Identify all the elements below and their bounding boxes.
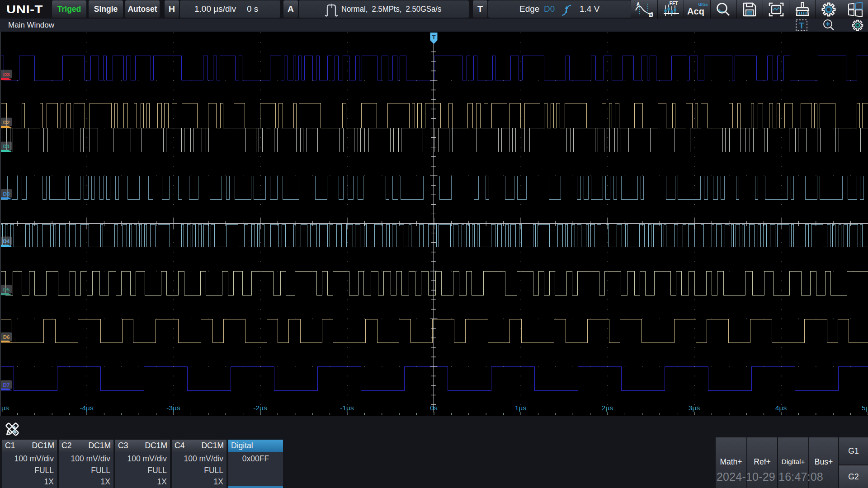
svg-text:-2µs: -2µs [253, 404, 267, 412]
svg-text:D1: D1 [3, 144, 10, 149]
svg-text:B: B [650, 13, 652, 17]
svg-text:5µs: 5µs [862, 404, 868, 412]
svg-text:0s: 0s [430, 404, 438, 412]
svg-text:FFT: FFT [670, 1, 678, 6]
svg-text:-3µs: -3µs [166, 404, 180, 412]
svg-text:-1µs: -1µs [340, 404, 354, 412]
svg-text:-4µs: -4µs [80, 404, 94, 412]
svg-text:D0: D0 [3, 191, 10, 197]
svg-text:T: T [432, 34, 436, 41]
svg-text:UNI-T: UNI-T [6, 3, 43, 15]
svg-text:µs: µs [1, 404, 9, 412]
svg-text:1µs: 1µs [515, 404, 527, 412]
svg-text:2µs: 2µs [602, 404, 613, 412]
svg-text:T: T [799, 21, 804, 30]
svg-text:D4: D4 [3, 239, 10, 244]
svg-text:D7: D7 [3, 382, 10, 388]
svg-text:Ultra: Ultra [698, 2, 708, 7]
svg-text:D2: D2 [3, 120, 10, 125]
svg-text:Acq: Acq [687, 6, 704, 16]
svg-text:4µs: 4µs [775, 404, 787, 412]
svg-text:3µs: 3µs [689, 404, 700, 412]
svg-text:D6: D6 [3, 334, 10, 340]
svg-text:D3: D3 [3, 72, 10, 77]
svg-text:D5: D5 [3, 287, 10, 292]
